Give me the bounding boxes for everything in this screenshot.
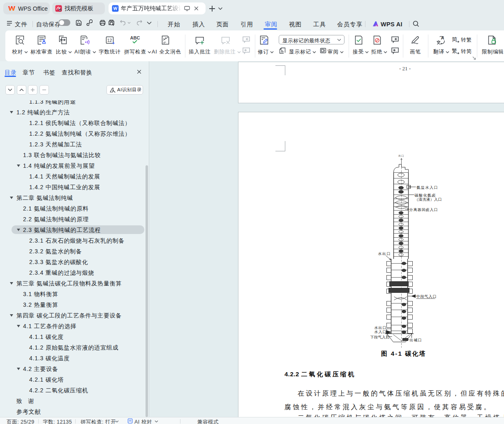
svg-text:出口: 出口 [398, 154, 405, 158]
svg-text:出碱口: 出碱口 [410, 338, 422, 342]
svg-text:AI: AI [59, 9, 61, 11]
svg-text:12: 12 [107, 38, 112, 43]
svg-text:碳酸化氨卤: 碳酸化氨卤 [414, 193, 437, 197]
svg-text:下段气入口: 下段气入口 [370, 335, 390, 339]
svg-text:水出口: 水出口 [375, 326, 387, 330]
svg-text:ABC: ABC [130, 35, 140, 40]
svg-text:分离器回卤入口: 分离器回卤入口 [409, 208, 438, 212]
svg-text:（清洗液）入口: （清洗液）入口 [415, 197, 442, 202]
svg-text:氨盐水入口: 氨盐水入口 [416, 185, 439, 190]
svg-text:水出口: 水出口 [378, 252, 391, 256]
svg-text:水入口: 水入口 [375, 330, 387, 334]
svg-text:中段气入口: 中段气入口 [416, 294, 437, 299]
svg-text:A: A [441, 35, 444, 40]
